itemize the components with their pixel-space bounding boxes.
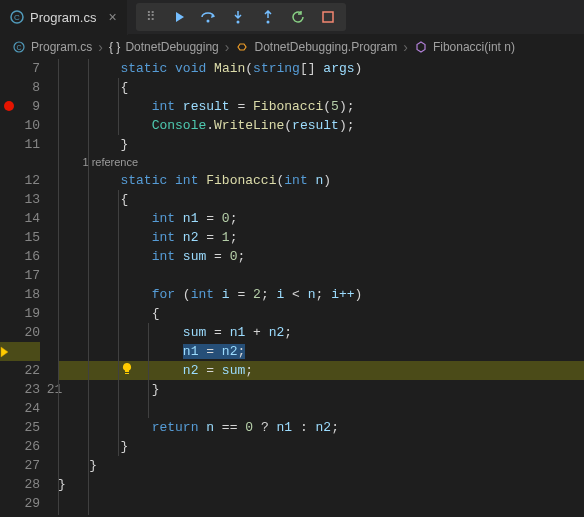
step-out-button[interactable]: [260, 9, 276, 25]
code-line: sum = n1 + n2;: [58, 323, 584, 342]
code-line: [58, 494, 584, 513]
line-number: 8: [0, 78, 40, 97]
code-line: }: [58, 135, 584, 154]
line-number: 21: [0, 342, 40, 361]
chevron-right-icon: ›: [98, 39, 103, 55]
svg-text:C: C: [14, 13, 20, 22]
line-number: 11: [0, 135, 40, 154]
breadcrumb-namespace[interactable]: { } DotnetDebugging: [109, 40, 219, 54]
code-line: static int Fibonacci(int n): [58, 171, 584, 190]
code-line: int result = Fibonacci(5);: [58, 97, 584, 116]
code-line: int n2 = 1;: [58, 228, 584, 247]
svg-text:C: C: [16, 43, 21, 50]
line-number: 15: [0, 228, 40, 247]
code-line: n2 = sum;: [58, 361, 584, 380]
svg-point-4: [266, 21, 269, 24]
line-number: 14: [0, 209, 40, 228]
codelens-spacer: [0, 154, 40, 171]
grip-icon[interactable]: ⠿: [146, 9, 156, 25]
line-number: 24: [0, 399, 40, 418]
line-number: 22: [0, 361, 40, 380]
line-number: 29: [0, 494, 40, 513]
breadcrumb-file[interactable]: C Program.cs: [12, 40, 92, 54]
code-line: }: [58, 380, 584, 399]
lightbulb-icon[interactable]: [120, 362, 134, 380]
stop-button[interactable]: [320, 9, 336, 25]
step-into-button[interactable]: [230, 9, 246, 25]
line-number: 10: [0, 116, 40, 135]
svg-point-3: [236, 21, 239, 24]
step-over-button[interactable]: [200, 9, 216, 25]
svg-rect-5: [323, 12, 333, 22]
code-line: }: [58, 456, 584, 475]
breadcrumb-class[interactable]: DotnetDebugging.Program: [235, 40, 397, 54]
code-area[interactable]: static void Main(string[] args) { int re…: [58, 59, 584, 513]
namespace-icon: { }: [109, 40, 120, 54]
close-icon[interactable]: ×: [108, 9, 116, 25]
line-number: 25: [0, 418, 40, 437]
code-line: return n == 0 ? n1 : n2;: [58, 418, 584, 437]
line-number: 16: [0, 247, 40, 266]
code-line: {: [58, 78, 584, 97]
gutter[interactable]: 7 8 9 10 11 12 13 14 15 16 17 18 19 20 2…: [0, 59, 58, 513]
restart-button[interactable]: [290, 9, 306, 25]
file-tab[interactable]: C Program.cs ×: [0, 0, 128, 35]
svg-point-2: [206, 20, 209, 23]
chevron-right-icon: ›: [403, 39, 408, 55]
code-line: {: [58, 190, 584, 209]
code-line: }: [58, 437, 584, 456]
line-number: 28: [0, 475, 40, 494]
line-number: 20: [0, 323, 40, 342]
chevron-right-icon: ›: [225, 39, 230, 55]
code-line: static void Main(string[] args): [58, 59, 584, 78]
method-icon: [414, 40, 428, 54]
breadcrumbs: C Program.cs › { } DotnetDebugging › Dot…: [0, 35, 584, 59]
breakpoint-icon[interactable]: [4, 101, 14, 111]
line-number: 12: [0, 171, 40, 190]
code-line: [58, 266, 584, 285]
code-line: [58, 399, 584, 418]
line-number: 27: [0, 456, 40, 475]
line-number: 9: [0, 97, 40, 116]
top-bar: C Program.cs × ⠿: [0, 0, 584, 35]
code-line: int sum = 0;: [58, 247, 584, 266]
line-number: 7: [0, 59, 40, 78]
codelens[interactable]: 1 reference: [58, 154, 584, 171]
csharp-file-icon: C: [10, 10, 24, 24]
code-line: n1 = n2;: [58, 342, 584, 361]
svg-rect-8: [125, 373, 129, 374]
code-editor[interactable]: 7 8 9 10 11 12 13 14 15 16 17 18 19 20 2…: [0, 59, 584, 513]
code-line: for (int i = 2; i < n; i++): [58, 285, 584, 304]
line-number: 18: [0, 285, 40, 304]
line-number: 13: [0, 190, 40, 209]
class-icon: [235, 40, 249, 54]
line-number: 19: [0, 304, 40, 323]
line-number: 23: [0, 380, 40, 399]
debug-toolbar: ⠿: [136, 3, 346, 31]
code-line: {: [58, 304, 584, 323]
code-line: int n1 = 0;: [58, 209, 584, 228]
line-number: 26: [0, 437, 40, 456]
code-line: }: [58, 475, 584, 494]
line-number: 17: [0, 266, 40, 285]
tab-filename: Program.cs: [30, 10, 96, 25]
continue-button[interactable]: [170, 9, 186, 25]
breadcrumb-method[interactable]: Fibonacci(int n): [414, 40, 515, 54]
code-line: Console.WriteLine(result);: [58, 116, 584, 135]
